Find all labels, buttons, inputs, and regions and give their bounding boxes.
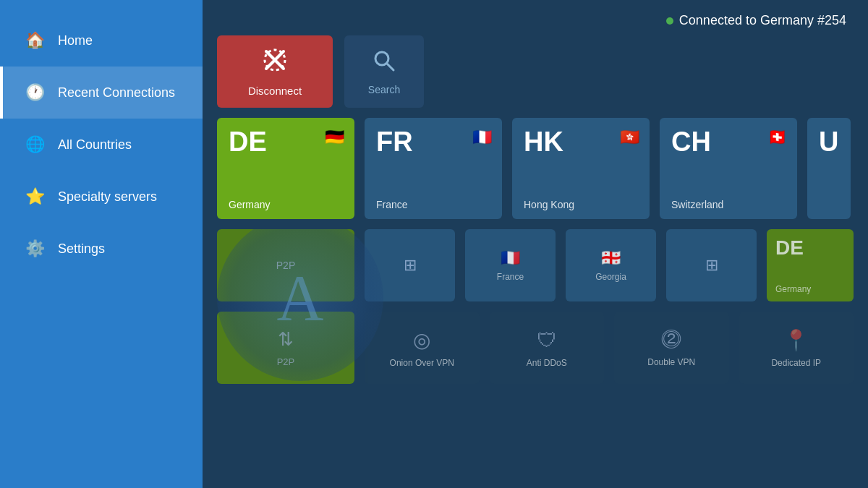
dedicatedip-label: Dedicated IP	[771, 358, 821, 368]
tile-hk-name: Hong Kong	[524, 199, 638, 210]
status-dot	[666, 17, 673, 25]
sidebar-item-recent[interactable]: 🕐 Recent Connections	[0, 67, 203, 119]
georgia-label-blur: Georgia	[595, 272, 626, 282]
gear-icon: ⚙️	[25, 239, 45, 259]
tile-fr[interactable]: FR 🇫🇷 France	[365, 118, 502, 219]
tile-p2p-blur[interactable]: P2P	[217, 229, 354, 301]
blurred-section: P2P ⊞ 🇫🇷 France 🇬🇪 Georgia ⊞ DE	[203, 229, 868, 395]
geo-flag-blur: 🇬🇪	[601, 249, 621, 267]
star-icon: ⭐	[25, 187, 45, 207]
grid-icon-2: ⊞	[705, 256, 718, 275]
sidebar-item-countries-label: All Countries	[58, 137, 132, 153]
home-icon: 🏠	[25, 30, 45, 51]
connection-status: Connected to Germany #254	[666, 13, 846, 28]
secondary-row: P2P ⊞ 🇫🇷 France 🇬🇪 Georgia ⊞ DE	[217, 229, 854, 301]
sidebar-item-specialty-label: Specialty servers	[58, 189, 157, 205]
onion-icon: ◎	[413, 328, 430, 352]
france-label-blur: France	[497, 272, 524, 282]
fr-flag-blur: 🇫🇷	[501, 249, 520, 267]
de-code-blur: DE	[775, 236, 845, 260]
grid-icon-fi: ⊞	[404, 256, 417, 275]
globe-icon: 🌐	[25, 134, 45, 155]
p2p-spec-label: P2P	[277, 356, 295, 367]
sidebar-item-recent-label: Recent Connections	[58, 85, 175, 100]
tile-fr-name: France	[376, 199, 490, 210]
topbar: Connected to Germany #254	[203, 0, 868, 35]
specialty-antiddos[interactable]: 🛡 Anti DDoS	[490, 312, 605, 384]
search-label: Search	[368, 84, 400, 95]
tile-fr-flag: 🇫🇷	[472, 128, 492, 147]
tile-grid-blur[interactable]: ⊞	[666, 229, 757, 301]
recent-icon: 🕐	[25, 82, 45, 103]
specialty-doublevpn[interactable]: ⓶ Double VPN	[614, 312, 729, 384]
specialty-p2p[interactable]: ⇅ P2P	[217, 312, 354, 384]
tile-us-code: U	[819, 128, 839, 155]
tile-fi-blur[interactable]: ⊞	[365, 229, 455, 301]
sidebar-item-home[interactable]: 🏠 Home	[0, 14, 203, 67]
status-text: Connected to Germany #254	[679, 13, 846, 28]
connections-row: DE 🇩🇪 Germany FR 🇫🇷 France HK 🇭🇰 Hong Ko…	[203, 118, 868, 219]
tile-hk-code: HK	[524, 128, 563, 155]
doublevpn-icon: ⓶	[661, 328, 681, 351]
specialty-row: ⇅ P2P ◎ Onion Over VPN 🛡 Anti DDoS ⓶ Dou…	[217, 312, 854, 384]
p2p-spec-icon: ⇅	[278, 328, 294, 351]
tile-hk-flag: 🇭🇰	[620, 128, 639, 147]
doublevpn-label: Double VPN	[647, 357, 695, 367]
germany-label-blur: Germany	[775, 284, 845, 294]
sidebar-item-specialty[interactable]: ⭐ Specialty servers	[0, 171, 203, 223]
tile-de[interactable]: DE 🇩🇪 Germany	[217, 118, 354, 219]
shield-icon: 🛡	[537, 328, 557, 352]
tile-ch-flag: 🇨🇭	[767, 128, 787, 147]
sidebar-item-home-label: Home	[58, 33, 93, 48]
disconnect-label: Disconnect	[248, 85, 302, 97]
svg-line-4	[387, 64, 393, 70]
sidebar-item-settings[interactable]: ⚙️ Settings	[0, 223, 203, 275]
specialty-dedicatedip[interactable]: 📍 Dedicated IP	[739, 312, 854, 384]
tile-ch-code: CH	[671, 128, 711, 155]
disconnect-button[interactable]: Disconnect	[217, 35, 333, 108]
tile-us-partial[interactable]: U	[807, 118, 851, 219]
top-row: Disconnect Search	[203, 35, 868, 108]
tile-de-blur[interactable]: DE Germany	[767, 229, 854, 301]
search-button[interactable]: Search	[344, 35, 424, 108]
main-content: Connected to Germany #254 Disconnect Se	[203, 0, 868, 488]
tile-de-flag: 🇩🇪	[325, 128, 344, 147]
onion-label: Onion Over VPN	[390, 358, 454, 368]
tile-georgia-blur[interactable]: 🇬🇪 Georgia	[566, 229, 656, 301]
tile-de-name: Germany	[229, 199, 343, 210]
p2p-label: P2P	[276, 260, 295, 271]
tile-hk[interactable]: HK 🇭🇰 Hong Kong	[512, 118, 650, 219]
sidebar-item-all-countries[interactable]: 🌐 All Countries	[0, 119, 203, 171]
search-icon	[372, 48, 396, 78]
tile-ch-name: Switzerland	[671, 199, 786, 210]
tile-de-code: DE	[229, 128, 267, 155]
sidebar-item-settings-label: Settings	[58, 241, 105, 257]
tile-fr-code: FR	[376, 128, 413, 155]
antiddos-label: Anti DDoS	[527, 358, 567, 368]
tile-fr-blur[interactable]: 🇫🇷 France	[465, 229, 556, 301]
tile-ch[interactable]: CH 🇨🇭 Switzerland	[660, 118, 797, 219]
dedicatedip-icon: 📍	[783, 328, 809, 352]
sidebar: 🏠 Home 🕐 Recent Connections 🌐 All Countr…	[0, 0, 203, 488]
disconnect-icon	[262, 47, 288, 79]
specialty-onion[interactable]: ◎ Onion Over VPN	[365, 312, 480, 384]
